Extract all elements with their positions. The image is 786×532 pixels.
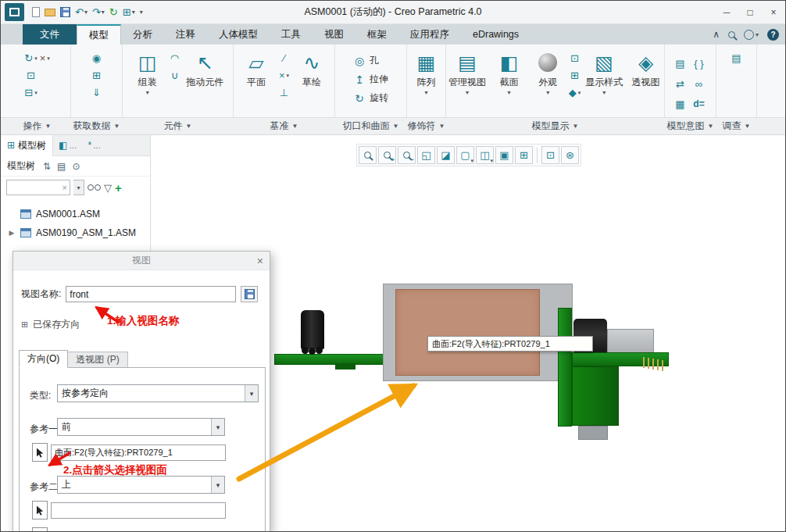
coordinate-system-button[interactable]: ⊥	[280, 87, 288, 98]
tree-search-box[interactable]: ×	[6, 180, 70, 195]
parameters-button[interactable]: { }	[694, 59, 703, 69]
chevron-down-icon[interactable]: ▾	[211, 419, 224, 435]
group-label-modifiers[interactable]: 修饰符▼	[407, 118, 446, 134]
tab-manikin[interactable]: 人体模型	[207, 24, 270, 45]
model-tree-tab[interactable]: ⊞ 模型树	[1, 135, 53, 156]
tree-sort-button[interactable]: ⇅	[43, 161, 51, 172]
pattern-button[interactable]: ▦ 阵列 ▾	[407, 47, 445, 118]
chevron-down-icon[interactable]: ▾	[245, 385, 258, 402]
save-view-button[interactable]	[241, 286, 258, 302]
reference1-surface-field[interactable]: 曲面:F2(导入特征):PRT0279_1	[51, 445, 226, 461]
save-button[interactable]	[60, 7, 70, 17]
reference2-select[interactable]: 上 ▾	[57, 476, 225, 494]
tab-edrawings[interactable]: eDrawings	[461, 24, 531, 45]
help-button[interactable]: ?	[767, 29, 779, 41]
view-tools-button[interactable]: ⊛	[561, 146, 579, 164]
tab-analysis[interactable]: 分析	[121, 24, 164, 45]
add-filter-icon[interactable]: +	[115, 181, 122, 195]
group-label-cut-surface[interactable]: 切口和曲面▼	[335, 118, 407, 134]
view-name-input[interactable]	[66, 286, 236, 302]
group-label-model-intent[interactable]: 模型意图▼	[665, 118, 716, 134]
group-label-component[interactable]: 元件▼	[123, 118, 234, 134]
selected-surface-highlight[interactable]	[395, 289, 540, 376]
group-label-operations[interactable]: 操作▼	[4, 118, 71, 134]
switch-symbols-button[interactable]: ⇄	[676, 79, 684, 89]
vertical-green-board[interactable]	[558, 308, 572, 427]
window-switch-button[interactable]: ⊞▾	[123, 6, 135, 18]
chevron-down-icon[interactable]: ▾	[211, 477, 224, 493]
render-settings-button[interactable]: ◆▾	[569, 87, 581, 98]
paste-button[interactable]: ⊟▾	[24, 87, 37, 98]
chevron-down-icon[interactable]: ▾	[102, 9, 105, 16]
render-window-button[interactable]: ⊞	[570, 70, 579, 80]
regenerate-dropdown-button[interactable]: ↻▾	[24, 53, 37, 63]
right-green-board[interactable]	[572, 352, 669, 366]
tree-settings-button[interactable]: ⊙	[72, 161, 80, 172]
section-button[interactable]: ◧ 截面 ▾	[491, 47, 527, 118]
tab-file[interactable]: 文件	[23, 24, 77, 45]
undo-button[interactable]: ↶▾	[75, 6, 88, 18]
appearance-button[interactable]: 外观 ▾	[530, 47, 566, 118]
saved-orientations-button[interactable]: ⊡	[541, 146, 559, 164]
axis-button[interactable]: ∕	[283, 53, 284, 63]
tab-framework[interactable]: 框架	[355, 24, 398, 45]
delete-button[interactable]: ×▾	[40, 53, 50, 63]
component-interface-button[interactable]: ∪	[171, 70, 179, 80]
green-block-part[interactable]	[572, 366, 619, 426]
search-icon[interactable]	[728, 31, 735, 38]
regenerate-button[interactable]: ↻	[109, 6, 118, 18]
redo-button[interactable]: ↷▾	[92, 6, 105, 18]
plane-button[interactable]: ▱ 平面	[236, 47, 277, 118]
collapse-ribbon-button[interactable]: ∧	[713, 29, 720, 40]
app-menu-button[interactable]	[5, 3, 24, 21]
assemble-button[interactable]: ◫ 组装 ▾	[127, 47, 168, 118]
minimize-button[interactable]: ─	[715, 1, 738, 23]
tab-perspective[interactable]: 透视图 (P)	[68, 352, 127, 368]
maximize-button[interactable]: □	[738, 1, 762, 23]
tab-view[interactable]: 视图	[313, 24, 355, 45]
tab-orientation[interactable]: 方向(O)	[19, 350, 68, 368]
reference2-collector-button[interactable]	[32, 501, 48, 520]
quick-access-customize-button[interactable]: ▾	[140, 9, 143, 16]
family-table-button[interactable]: ▦	[675, 99, 684, 109]
zoom-region-button[interactable]	[359, 146, 377, 164]
manage-views-button[interactable]: ▤ 管理视图 ▾	[446, 47, 488, 118]
tree-search-input[interactable]	[9, 183, 59, 192]
zoom-in-button[interactable]: +	[378, 146, 396, 164]
repaint-button[interactable]: ◪	[437, 146, 455, 164]
clear-search-icon[interactable]: ×	[63, 183, 67, 192]
tab-annotate[interactable]: 注释	[164, 24, 207, 45]
display-style-toolbar-button[interactable]: ▢▾	[456, 146, 474, 164]
filter-icon[interactable]: ▽	[104, 182, 112, 194]
type-select[interactable]: 按参考定向 ▾	[57, 384, 259, 402]
refit-button[interactable]: ◱	[417, 146, 435, 164]
zoom-out-button[interactable]: −	[398, 146, 416, 164]
create-component-button[interactable]: ◠	[170, 53, 179, 63]
user-defined-feature-button[interactable]: ◉	[92, 53, 101, 63]
model-report-button[interactable]: ▤	[731, 53, 741, 63]
reference1-select[interactable]: 前 ▾	[57, 418, 225, 436]
sketch-button[interactable]: ∿ 草绘	[291, 47, 332, 118]
new-file-button[interactable]	[32, 7, 40, 17]
links-button[interactable]: ∞	[695, 79, 702, 89]
annotation-display-button[interactable]: ▣	[495, 146, 513, 164]
favorites-button[interactable]: *…	[82, 140, 106, 151]
group-label-investigate[interactable]: 调查▼	[716, 118, 757, 134]
tree-list-button[interactable]: ▤	[57, 161, 66, 172]
open-file-button[interactable]	[45, 9, 55, 16]
view-dialog-titlebar[interactable]: 视图 ×	[13, 252, 270, 270]
tree-item-asm0001[interactable]: ASM0001.ASM	[1, 205, 150, 223]
drag-components-button[interactable]: ↖ 拖动元件	[181, 47, 228, 118]
relations-button[interactable]: d=	[693, 99, 704, 109]
tab-applications[interactable]: 应用程序	[398, 24, 461, 45]
expand-arrow-icon[interactable]: ▶	[8, 229, 16, 237]
sync-status-button[interactable]: ▾	[744, 30, 759, 40]
point-button[interactable]: ×▾	[279, 70, 289, 80]
chevron-down-icon[interactable]: ▾	[84, 9, 88, 16]
extrude-button[interactable]: ↥拉伸	[353, 73, 388, 86]
group-label-datum[interactable]: 基准▼	[234, 118, 335, 134]
tab-model[interactable]: 模型	[77, 24, 121, 45]
find-icon[interactable]	[88, 184, 101, 191]
publish-geometry-button[interactable]: ▤	[675, 59, 684, 69]
group-label-model-display[interactable]: 模型显示▼	[446, 118, 665, 134]
